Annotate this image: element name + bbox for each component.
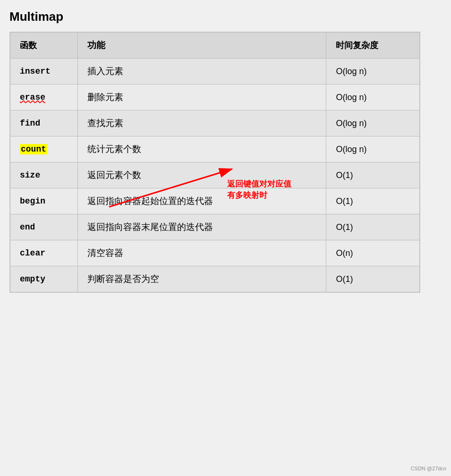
complexity-cell: O(1) [326, 266, 420, 292]
complexity-cell: O(log n) [326, 110, 420, 136]
table-row: empty判断容器是否为空O(1) [10, 266, 420, 292]
desc-cell: 返回指向容器起始位置的迭代器 [77, 188, 326, 214]
page-title: Multimap [9, 9, 442, 24]
desc-cell: 统计元素个数 [77, 136, 326, 162]
table-header-row: 函数 功能 时间复杂度 [10, 33, 420, 59]
table-row: size返回元素个数O(1) [10, 162, 420, 188]
complexity-cell: O(log n) [326, 59, 420, 85]
func-cell: find [10, 110, 78, 136]
table-body: insert插入元素O(log n)erase删除元素O(log n)find查… [10, 59, 420, 292]
multimap-table: 函数 功能 时间复杂度 insert插入元素O(log n)erase删除元素O… [10, 32, 420, 292]
header-desc: 功能 [77, 33, 326, 59]
func-label-highlighted: count [20, 144, 47, 154]
func-label-underlined: erase [20, 93, 45, 102]
header-complexity: 时间复杂度 [326, 33, 420, 59]
desc-cell: 查找元素 [77, 110, 326, 136]
complexity-cell: O(1) [326, 188, 420, 214]
desc-cell: 判断容器是否为空 [77, 266, 326, 292]
desc-cell: 删除元素 [77, 85, 326, 110]
table-row: find查找元素O(log n) [10, 110, 420, 136]
func-cell: clear [10, 240, 78, 266]
complexity-cell: O(1) [326, 214, 420, 240]
header-func: 函数 [10, 33, 78, 59]
func-cell: insert [10, 59, 78, 85]
desc-cell: 插入元素 [77, 59, 326, 85]
complexity-cell: O(n) [326, 240, 420, 266]
desc-cell: 返回元素个数 [77, 162, 326, 188]
complexity-cell: O(log n) [326, 136, 420, 162]
table-row: erase删除元素O(log n) [10, 85, 420, 110]
func-cell: begin [10, 188, 78, 214]
func-cell: count [10, 136, 78, 162]
watermark: CSDN @27dcn [411, 466, 446, 471]
table-row: end返回指向容器末尾位置的迭代器O(1) [10, 214, 420, 240]
table-row: begin返回指向容器起始位置的迭代器O(1) [10, 188, 420, 214]
complexity-cell: O(log n) [326, 85, 420, 110]
complexity-cell: O(1) [326, 162, 420, 188]
func-cell: empty [10, 266, 78, 292]
desc-cell: 清空容器 [77, 240, 326, 266]
func-cell: size [10, 162, 78, 188]
func-cell: end [10, 214, 78, 240]
table-row: insert插入元素O(log n) [10, 59, 420, 85]
table-row: count统计元素个数O(log n) [10, 136, 420, 162]
table-container: 函数 功能 时间复杂度 insert插入元素O(log n)erase删除元素O… [9, 32, 420, 293]
func-cell: erase [10, 85, 78, 110]
table-row: clear清空容器O(n) [10, 240, 420, 266]
desc-cell: 返回指向容器末尾位置的迭代器 [77, 214, 326, 240]
